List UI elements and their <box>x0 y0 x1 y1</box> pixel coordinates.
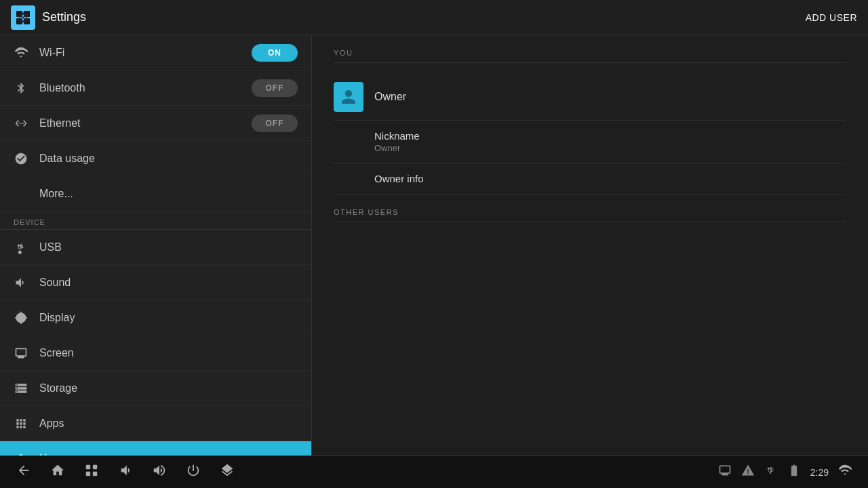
taskbar-right: 2:29 <box>718 464 852 481</box>
sound-icon <box>14 275 28 290</box>
svg-rect-7 <box>93 472 97 476</box>
power-button[interactable] <box>186 463 201 481</box>
settings-app-icon: ⚙ <box>11 5 35 30</box>
owner-info-row[interactable]: Owner info <box>334 163 846 195</box>
sidebar-item-bluetooth-label: Bluetooth <box>39 82 85 94</box>
owner-name: Owner <box>374 91 406 103</box>
screen-icon <box>14 346 28 361</box>
sidebar-item-sound-label: Sound <box>39 277 71 289</box>
sidebar-item-more[interactable]: More... <box>0 176 311 211</box>
storage-icon <box>14 381 28 396</box>
data-usage-icon <box>14 151 28 166</box>
sidebar-item-screen-label: Screen <box>39 347 74 359</box>
svg-rect-5 <box>93 465 97 469</box>
sidebar-item-bluetooth[interactable]: Bluetooth OFF <box>0 70 311 106</box>
nickname-label: Nickname <box>374 130 846 142</box>
sidebar-item-apps[interactable]: Apps <box>0 406 311 441</box>
sidebar-item-ethernet[interactable]: Ethernet OFF <box>0 106 311 141</box>
sidebar-item-data-usage-label: Data usage <box>39 152 95 165</box>
volume-down-button[interactable] <box>118 463 133 481</box>
volume-up-button[interactable] <box>152 463 167 481</box>
you-section-label: YOU <box>334 49 846 57</box>
sidebar-item-more-label: More... <box>39 188 73 200</box>
sidebar-item-data-usage[interactable]: Data usage <box>0 141 311 176</box>
system-time: 2:29 <box>810 467 829 478</box>
usb-status-icon <box>764 464 778 481</box>
display-icon <box>14 310 28 325</box>
svg-rect-6 <box>86 472 90 476</box>
wifi-toggle[interactable]: ON <box>252 44 298 62</box>
topbar-left: ⚙ Settings <box>11 5 86 30</box>
ethernet-icon <box>14 116 28 131</box>
you-divider <box>334 62 846 63</box>
sidebar-item-storage-label: Storage <box>39 382 77 394</box>
other-users-divider <box>334 222 846 222</box>
sidebar-item-screen[interactable]: Screen <box>0 336 311 371</box>
usb-icon <box>14 240 28 255</box>
battery-icon <box>787 464 801 481</box>
main-layout: Wi-Fi ON Bluetooth OFF Eth <box>0 35 868 455</box>
sidebar-item-ethernet-label: Ethernet <box>39 117 80 129</box>
sidebar-item-apps-label: Apps <box>39 418 64 430</box>
sidebar-item-users[interactable]: Users <box>0 441 311 455</box>
bluetooth-icon <box>14 81 28 96</box>
other-users-section-label: OTHER USERS <box>334 208 846 216</box>
nickname-value: Owner <box>374 143 846 153</box>
owner-row[interactable]: Owner <box>334 74 846 121</box>
ethernet-toggle[interactable]: OFF <box>252 115 298 132</box>
recent-apps-button[interactable] <box>84 463 99 481</box>
owner-avatar <box>334 82 363 112</box>
bluetooth-toggle[interactable]: OFF <box>252 79 298 97</box>
sidebar-item-usb[interactable]: USB <box>0 230 311 265</box>
wifi-icon <box>14 45 28 60</box>
sidebar-item-wifi-label: Wi-Fi <box>39 47 64 59</box>
screen-off-icon <box>718 464 732 481</box>
topbar: ⚙ Settings ADD USER <box>0 0 868 35</box>
wifi-status-icon <box>838 464 852 481</box>
sidebar: Wi-Fi ON Bluetooth OFF Eth <box>0 35 312 455</box>
add-user-button[interactable]: ADD USER <box>806 12 857 23</box>
svg-rect-4 <box>86 465 90 469</box>
sidebar-item-usb-label: USB <box>39 241 62 253</box>
taskbar-left <box>16 463 235 481</box>
layers-button[interactable] <box>220 463 235 481</box>
nickname-row[interactable]: Nickname Owner <box>334 121 846 163</box>
app-title: Settings <box>42 10 86 24</box>
content-panel: YOU Owner Nickname Owner Owner info OTHE… <box>312 35 868 455</box>
sidebar-item-wifi[interactable]: Wi-Fi ON <box>0 35 311 70</box>
warning-icon <box>741 464 755 481</box>
apps-icon <box>14 416 28 431</box>
taskbar: 2:29 <box>0 455 868 488</box>
sidebar-item-sound[interactable]: Sound <box>0 265 311 300</box>
sidebar-item-display[interactable]: Display <box>0 300 311 336</box>
back-button[interactable] <box>16 463 31 481</box>
home-button[interactable] <box>50 463 65 481</box>
device-section-header: DEVICE <box>0 211 311 229</box>
sidebar-item-display-label: Display <box>39 312 75 324</box>
owner-info-label: Owner info <box>374 173 846 184</box>
sidebar-item-storage[interactable]: Storage <box>0 371 311 406</box>
